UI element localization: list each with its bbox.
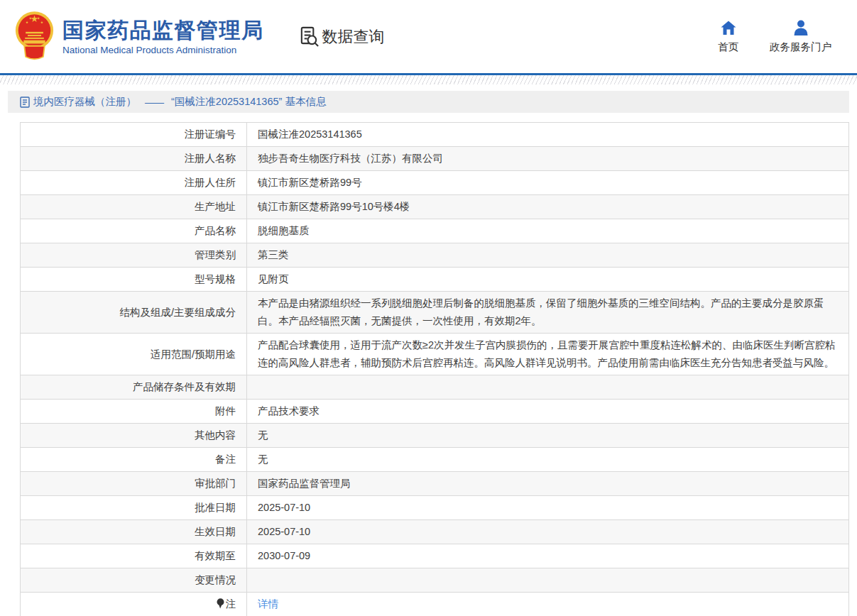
header-nav: 首页 政务服务门户 <box>718 20 857 54</box>
registration-info-table-wrap: 注册证编号 国械注准20253141365 注册人名称 独步吾奇生物医疗科技（江… <box>20 122 849 616</box>
field-label: 产品名称 <box>21 219 247 243</box>
field-value <box>247 568 849 593</box>
field-value: 见附页 <box>247 268 849 292</box>
table-row-other-content: 其他内容 无 <box>21 424 849 448</box>
field-label: 型号规格 <box>21 268 247 292</box>
breadcrumb: 境内医疗器械（注册） —— “国械注准20253141365” 基本信息 <box>8 91 849 113</box>
data-query-label: 数据查询 <box>322 26 385 48</box>
breadcrumb-separator: —— <box>145 97 163 108</box>
table-row-remarks: 备注 无 <box>21 448 849 472</box>
table-row-effective-date: 生效日期 2025-07-10 <box>21 520 849 544</box>
field-value: 无 <box>247 424 849 448</box>
note-detail-link[interactable]: 详情 <box>258 598 278 610</box>
nav-portal-label: 政务服务门户 <box>770 40 831 54</box>
field-value: 镇江市新区楚桥路99号10号楼4楼 <box>247 195 849 219</box>
table-row-approval-department: 审批部门 国家药品监督管理局 <box>21 472 849 496</box>
field-label: 结构及组成/主要组成成分 <box>21 292 247 334</box>
table-row-product-name: 产品名称 脱细胞基质 <box>21 219 849 243</box>
field-label: 适用范围/预期用途 <box>21 334 247 375</box>
table-row-model-spec: 型号规格 见附页 <box>21 268 849 292</box>
field-value: 2025-07-10 <box>247 520 849 544</box>
main-content: 境内医疗器械（注册） —— “国械注准20253141365” 基本信息 注册证… <box>8 91 849 616</box>
field-value: 独步吾奇生物医疗科技（江苏）有限公司 <box>247 147 849 171</box>
field-value: 无 <box>247 448 849 472</box>
field-value: 镇江市新区楚桥路99号 <box>247 171 849 195</box>
table-row-cert-number: 注册证编号 国械注准20253141365 <box>21 123 849 147</box>
note-label: 注 <box>226 598 236 610</box>
field-value: 2025-07-10 <box>247 496 849 520</box>
table-row-intended-use: 适用范围/预期用途 产品配合球囊使用，适用于流产次数≥2次并发生子宫内膜损伤的，… <box>21 334 849 375</box>
field-label: 产品储存条件及有效期 <box>21 375 247 400</box>
registration-info-table: 注册证编号 国械注准20253141365 注册人名称 独步吾奇生物医疗科技（江… <box>20 122 849 616</box>
field-value: 产品配合球囊使用，适用于流产次数≥2次并发生子宫内膜损伤的，且需要开展宫腔中重度… <box>247 334 849 375</box>
field-value: 脱细胞基质 <box>247 219 849 243</box>
nav-home-label: 首页 <box>718 40 738 54</box>
document-icon <box>20 97 30 108</box>
site-header: 国家药品监督管理局 National Medical Products Admi… <box>0 0 857 73</box>
site-title: 国家药品监督管理局 <box>62 18 264 43</box>
table-row-approval-date: 批准日期 2025-07-10 <box>21 496 849 520</box>
hint-balloon-icon <box>217 598 224 609</box>
table-row-production-address: 生产地址 镇江市新区楚桥路99号10号楼4楼 <box>21 195 849 219</box>
table-row-storage-conditions: 产品储存条件及有效期 <box>21 375 849 400</box>
table-row-registrant-name: 注册人名称 独步吾奇生物医疗科技（江苏）有限公司 <box>21 147 849 171</box>
field-label: 审批部门 <box>21 472 247 496</box>
field-label: 注 <box>21 593 247 616</box>
decorative-stripe-band <box>0 75 857 84</box>
field-label: 注册证编号 <box>21 123 247 147</box>
field-label: 生产地址 <box>21 195 247 219</box>
document-search-icon <box>298 26 320 48</box>
field-label: 变更情况 <box>21 568 247 593</box>
table-row-attachment: 附件 产品技术要求 <box>21 400 849 424</box>
table-row-structure-composition: 结构及组成/主要组成成分 本产品是由猪源组织经一系列脱细胞处理后制备的脱细胞基质… <box>21 292 849 334</box>
field-label: 管理类别 <box>21 243 247 268</box>
breadcrumb-root[interactable]: 境内医疗器械（注册） <box>33 95 136 109</box>
field-value <box>247 375 849 400</box>
home-icon <box>720 20 737 35</box>
field-value: 2030-07-09 <box>247 544 849 568</box>
logo-text: 国家药品监督管理局 National Medical Products Admi… <box>62 18 264 55</box>
data-query-section[interactable]: 数据查询 <box>298 26 385 48</box>
field-value: 产品技术要求 <box>247 400 849 424</box>
field-label: 有效期至 <box>21 544 247 568</box>
field-label: 注册人住所 <box>21 171 247 195</box>
field-label: 附件 <box>21 400 247 424</box>
field-value: 第三类 <box>247 243 849 268</box>
field-value: 本产品是由猪源组织经一系列脱细胞处理后制备的脱细胞基质，保留了细胞外基质的三维空… <box>247 292 849 334</box>
field-value: 国械注准20253141365 <box>247 123 849 147</box>
table-row-change-history: 变更情况 <box>21 568 849 593</box>
table-row-note: 注 详情 <box>21 593 849 616</box>
field-label: 注册人名称 <box>21 147 247 171</box>
field-value: 详情 <box>247 593 849 616</box>
national-emblem-icon <box>14 10 55 63</box>
field-label: 批准日期 <box>21 496 247 520</box>
field-label: 生效日期 <box>21 520 247 544</box>
field-label: 备注 <box>21 448 247 472</box>
nav-home[interactable]: 首页 <box>718 20 738 54</box>
nav-portal[interactable]: 政务服务门户 <box>770 20 831 54</box>
user-icon <box>792 20 809 35</box>
nmpa-logo[interactable]: 国家药品监督管理局 National Medical Products Admi… <box>14 10 264 63</box>
table-row-expiry-date: 有效期至 2030-07-09 <box>21 544 849 568</box>
site-subtitle: National Medical Products Administration <box>62 45 264 55</box>
field-value: 国家药品监督管理局 <box>247 472 849 496</box>
field-label: 其他内容 <box>21 424 247 448</box>
table-row-management-class: 管理类别 第三类 <box>21 243 849 268</box>
table-row-registrant-address: 注册人住所 镇江市新区楚桥路99号 <box>21 171 849 195</box>
breadcrumb-current: “国械注准20253141365” 基本信息 <box>171 95 326 109</box>
